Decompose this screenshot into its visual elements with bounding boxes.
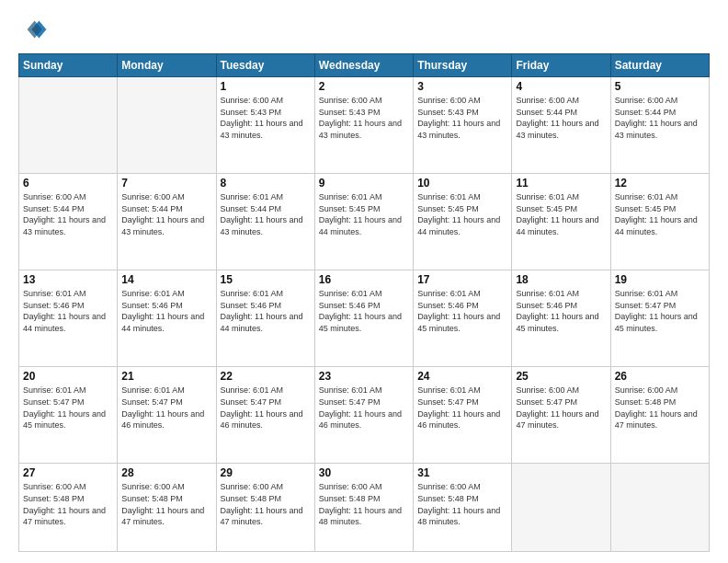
day-info: Sunrise: 6:01 AMSunset: 5:46 PMDaylight:… [417, 288, 507, 334]
calendar-table: SundayMondayTuesdayWednesdayThursdayFrid… [18, 53, 710, 552]
weekday-header-monday: Monday [118, 54, 216, 77]
calendar-cell-2-6: 11Sunrise: 6:01 AMSunset: 5:45 PMDayligh… [512, 174, 610, 270]
calendar-header-row: SundayMondayTuesdayWednesdayThursdayFrid… [19, 54, 710, 77]
calendar-cell-4-6: 25Sunrise: 6:00 AMSunset: 5:47 PMDayligh… [512, 367, 610, 464]
day-number: 28 [121, 466, 211, 479]
calendar-cell-1-1 [19, 77, 118, 174]
day-info: Sunrise: 6:01 AMSunset: 5:46 PMDaylight:… [121, 288, 211, 334]
calendar-cell-2-7: 12Sunrise: 6:01 AMSunset: 5:45 PMDayligh… [610, 174, 709, 270]
day-number: 31 [417, 466, 507, 479]
weekday-header-sunday: Sunday [19, 54, 118, 77]
day-info: Sunrise: 6:00 AMSunset: 5:48 PMDaylight:… [23, 481, 113, 527]
calendar-cell-5-1: 27Sunrise: 6:00 AMSunset: 5:48 PMDayligh… [19, 464, 118, 552]
calendar-cell-1-2 [118, 77, 216, 174]
calendar-cell-5-7 [610, 464, 709, 552]
day-info: Sunrise: 6:00 AMSunset: 5:43 PMDaylight:… [319, 95, 409, 141]
calendar-cell-4-4: 23Sunrise: 6:01 AMSunset: 5:47 PMDayligh… [314, 367, 413, 464]
calendar-cell-5-3: 29Sunrise: 6:00 AMSunset: 5:48 PMDayligh… [216, 464, 314, 552]
day-info: Sunrise: 6:00 AMSunset: 5:44 PMDaylight:… [516, 95, 606, 141]
calendar-cell-2-1: 6Sunrise: 6:00 AMSunset: 5:44 PMDaylight… [19, 174, 118, 270]
logo-icon [18, 15, 48, 44]
day-info: Sunrise: 6:00 AMSunset: 5:43 PMDaylight:… [221, 95, 311, 141]
calendar-cell-4-3: 22Sunrise: 6:01 AMSunset: 5:47 PMDayligh… [216, 367, 314, 464]
day-number: 20 [23, 370, 113, 383]
weekday-header-wednesday: Wednesday [314, 54, 413, 77]
day-info: Sunrise: 6:01 AMSunset: 5:44 PMDaylight:… [221, 191, 311, 237]
day-number: 29 [221, 466, 311, 479]
calendar-cell-4-1: 20Sunrise: 6:01 AMSunset: 5:47 PMDayligh… [19, 367, 118, 464]
calendar-cell-3-1: 13Sunrise: 6:01 AMSunset: 5:46 PMDayligh… [19, 270, 118, 367]
calendar-cell-5-6 [512, 464, 610, 552]
calendar-cell-4-5: 24Sunrise: 6:01 AMSunset: 5:47 PMDayligh… [414, 367, 512, 464]
calendar-cell-1-4: 2Sunrise: 6:00 AMSunset: 5:43 PMDaylight… [314, 77, 413, 174]
day-info: Sunrise: 6:01 AMSunset: 5:45 PMDaylight:… [417, 191, 507, 237]
day-number: 17 [417, 273, 507, 286]
day-number: 5 [615, 80, 705, 93]
day-number: 14 [121, 273, 211, 286]
day-number: 30 [319, 466, 409, 479]
calendar-cell-5-2: 28Sunrise: 6:00 AMSunset: 5:48 PMDayligh… [118, 464, 216, 552]
calendar-cell-4-2: 21Sunrise: 6:01 AMSunset: 5:47 PMDayligh… [118, 367, 216, 464]
day-info: Sunrise: 6:01 AMSunset: 5:47 PMDaylight:… [417, 385, 507, 431]
day-number: 1 [221, 80, 311, 93]
day-info: Sunrise: 6:01 AMSunset: 5:47 PMDaylight:… [121, 385, 211, 431]
calendar-cell-2-5: 10Sunrise: 6:01 AMSunset: 5:45 PMDayligh… [414, 174, 512, 270]
weekday-header-tuesday: Tuesday [216, 54, 314, 77]
day-info: Sunrise: 6:01 AMSunset: 5:46 PMDaylight:… [221, 288, 311, 334]
day-info: Sunrise: 6:01 AMSunset: 5:47 PMDaylight:… [319, 385, 409, 431]
day-number: 10 [417, 177, 507, 190]
day-info: Sunrise: 6:01 AMSunset: 5:45 PMDaylight:… [516, 191, 606, 237]
day-info: Sunrise: 6:01 AMSunset: 5:46 PMDaylight:… [23, 288, 113, 334]
calendar-cell-3-4: 16Sunrise: 6:01 AMSunset: 5:46 PMDayligh… [314, 270, 413, 367]
calendar-cell-1-3: 1Sunrise: 6:00 AMSunset: 5:43 PMDaylight… [216, 77, 314, 174]
day-number: 11 [516, 177, 606, 190]
day-info: Sunrise: 6:00 AMSunset: 5:48 PMDaylight:… [615, 385, 705, 431]
day-info: Sunrise: 6:00 AMSunset: 5:47 PMDaylight:… [516, 385, 606, 431]
calendar-cell-4-7: 26Sunrise: 6:00 AMSunset: 5:48 PMDayligh… [610, 367, 709, 464]
day-number: 15 [221, 273, 311, 286]
calendar-cell-5-5: 31Sunrise: 6:00 AMSunset: 5:48 PMDayligh… [414, 464, 512, 552]
day-info: Sunrise: 6:00 AMSunset: 5:48 PMDaylight:… [417, 481, 507, 527]
calendar-cell-3-3: 15Sunrise: 6:01 AMSunset: 5:46 PMDayligh… [216, 270, 314, 367]
day-info: Sunrise: 6:00 AMSunset: 5:48 PMDaylight:… [121, 481, 211, 527]
day-number: 18 [516, 273, 606, 286]
calendar-cell-1-5: 3Sunrise: 6:00 AMSunset: 5:43 PMDaylight… [414, 77, 512, 174]
day-info: Sunrise: 6:00 AMSunset: 5:48 PMDaylight:… [319, 481, 409, 527]
day-info: Sunrise: 6:01 AMSunset: 5:45 PMDaylight:… [319, 191, 409, 237]
calendar-cell-1-6: 4Sunrise: 6:00 AMSunset: 5:44 PMDaylight… [512, 77, 610, 174]
calendar-cell-2-3: 8Sunrise: 6:01 AMSunset: 5:44 PMDaylight… [216, 174, 314, 270]
weekday-header-saturday: Saturday [610, 54, 709, 77]
day-number: 12 [615, 177, 705, 190]
day-number: 22 [221, 370, 311, 383]
day-info: Sunrise: 6:00 AMSunset: 5:44 PMDaylight:… [615, 95, 705, 141]
calendar-week-1: 1Sunrise: 6:00 AMSunset: 5:43 PMDaylight… [19, 77, 710, 174]
day-info: Sunrise: 6:01 AMSunset: 5:46 PMDaylight:… [319, 288, 409, 334]
day-info: Sunrise: 6:01 AMSunset: 5:47 PMDaylight:… [23, 385, 113, 431]
calendar-cell-3-7: 19Sunrise: 6:01 AMSunset: 5:47 PMDayligh… [610, 270, 709, 367]
calendar-cell-1-7: 5Sunrise: 6:00 AMSunset: 5:44 PMDaylight… [610, 77, 709, 174]
day-info: Sunrise: 6:01 AMSunset: 5:45 PMDaylight:… [615, 191, 705, 237]
day-number: 24 [417, 370, 507, 383]
day-number: 21 [121, 370, 211, 383]
day-info: Sunrise: 6:01 AMSunset: 5:47 PMDaylight:… [221, 385, 311, 431]
header [18, 15, 710, 44]
calendar-week-5: 27Sunrise: 6:00 AMSunset: 5:48 PMDayligh… [19, 464, 710, 552]
weekday-header-friday: Friday [512, 54, 610, 77]
calendar-cell-3-2: 14Sunrise: 6:01 AMSunset: 5:46 PMDayligh… [118, 270, 216, 367]
calendar-week-2: 6Sunrise: 6:00 AMSunset: 5:44 PMDaylight… [19, 174, 710, 270]
calendar-cell-2-2: 7Sunrise: 6:00 AMSunset: 5:44 PMDaylight… [118, 174, 216, 270]
weekday-header-thursday: Thursday [414, 54, 512, 77]
day-number: 13 [23, 273, 113, 286]
calendar-week-4: 20Sunrise: 6:01 AMSunset: 5:47 PMDayligh… [19, 367, 710, 464]
day-number: 3 [417, 80, 507, 93]
day-number: 26 [615, 370, 705, 383]
day-number: 19 [615, 273, 705, 286]
day-number: 25 [516, 370, 606, 383]
day-number: 2 [319, 80, 409, 93]
day-number: 6 [23, 177, 113, 190]
day-number: 23 [319, 370, 409, 383]
day-number: 16 [319, 273, 409, 286]
day-number: 27 [23, 466, 113, 479]
calendar-cell-3-6: 18Sunrise: 6:01 AMSunset: 5:46 PMDayligh… [512, 270, 610, 367]
calendar-cell-2-4: 9Sunrise: 6:01 AMSunset: 5:45 PMDaylight… [314, 174, 413, 270]
